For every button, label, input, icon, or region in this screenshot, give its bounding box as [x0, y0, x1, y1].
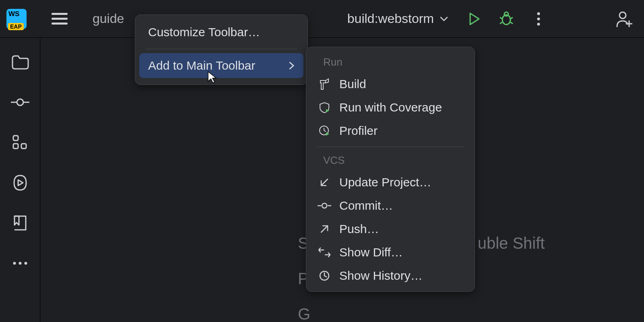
arrow-up-right-icon — [318, 223, 331, 235]
diff-arrows-icon — [318, 247, 331, 258]
app-logo-icon — [6, 9, 27, 29]
submenu-show-history[interactable]: Show History… — [310, 264, 471, 287]
hint-line-3: G — [298, 296, 545, 322]
svg-line-6 — [510, 17, 513, 19]
hint-line-1-end: uble Shift — [478, 225, 545, 261]
bug-icon — [498, 11, 514, 27]
submenu-coverage-label: Run with Coverage — [339, 101, 442, 114]
structure-icon — [12, 134, 28, 151]
svg-line-5 — [500, 17, 502, 19]
hamburger-menu-button[interactable] — [47, 7, 72, 31]
customize-toolbar-item[interactable]: Customize Toolbar… — [139, 20, 303, 45]
left-tool-stripe — [0, 38, 40, 322]
submenu-separator — [317, 147, 464, 147]
commit-tool-button[interactable] — [8, 92, 32, 112]
submenu-coverage[interactable]: Run with Coverage — [310, 96, 471, 119]
add-user-icon — [615, 10, 632, 27]
submenu-profiler-label: Profiler — [339, 124, 378, 138]
clock-play-icon — [318, 125, 331, 137]
svg-point-16 — [17, 99, 23, 105]
svg-point-23 — [24, 262, 27, 265]
debug-button[interactable] — [495, 8, 518, 30]
submenu-commit[interactable]: Commit… — [310, 194, 471, 217]
breadcrumb[interactable]: guide — [93, 11, 124, 26]
svg-point-26 — [322, 203, 327, 208]
kebab-icon — [537, 12, 540, 26]
submenu-commit-label: Commit… — [339, 199, 393, 213]
run-config-selector[interactable]: build:webstorm — [340, 8, 456, 29]
hamburger-icon — [52, 13, 68, 25]
svg-rect-0 — [52, 13, 68, 15]
submenu-profiler[interactable]: Profiler — [310, 119, 471, 142]
commit-node-icon — [11, 98, 29, 106]
svg-rect-1 — [52, 18, 68, 20]
history-icon — [318, 270, 331, 282]
submenu-history-label: Show History… — [339, 269, 423, 283]
svg-rect-18 — [13, 136, 18, 140]
svg-point-4 — [504, 12, 508, 16]
hammer-icon — [318, 78, 331, 90]
ellipsis-icon — [12, 262, 28, 265]
arrow-down-left-icon — [318, 177, 331, 188]
bookmarks-tool-button[interactable] — [8, 213, 32, 233]
svg-line-8 — [510, 22, 513, 24]
submenu-push-label: Push… — [339, 222, 379, 236]
folder-icon — [11, 54, 29, 70]
toolbar-context-menu: Customize Toolbar… Add to Main Toolbar — [135, 14, 308, 85]
bookmark-icon — [12, 215, 28, 231]
submenu-update-label: Update Project… — [339, 175, 431, 189]
svg-point-10 — [537, 17, 540, 20]
submenu-update-project[interactable]: Update Project… — [310, 171, 471, 194]
add-to-main-toolbar-label: Add to Main Toolbar — [148, 59, 255, 72]
add-to-main-toolbar-item[interactable]: Add to Main Toolbar — [139, 53, 303, 78]
menu-separator — [146, 49, 297, 49]
svg-point-9 — [537, 12, 540, 15]
more-actions-button[interactable] — [527, 8, 550, 30]
project-tool-button[interactable] — [8, 52, 32, 72]
play-icon — [467, 12, 481, 26]
more-tools-button[interactable] — [8, 253, 32, 273]
customize-toolbar-label: Customize Toolbar… — [148, 25, 260, 39]
submenu-build[interactable]: Build — [310, 72, 471, 96]
svg-point-21 — [13, 262, 16, 265]
shield-play-icon — [318, 101, 331, 114]
run-button[interactable] — [463, 8, 485, 30]
submenu-show-diff[interactable]: Show Diff… — [310, 241, 471, 264]
submenu-diff-label: Show Diff… — [339, 246, 403, 259]
play-shape-icon — [12, 174, 29, 191]
structure-tool-button[interactable] — [8, 132, 32, 153]
submenu-build-label: Build — [339, 77, 366, 91]
svg-rect-19 — [13, 144, 18, 149]
commit-icon — [318, 202, 331, 209]
chevron-right-icon — [288, 61, 295, 70]
svg-line-7 — [500, 22, 502, 24]
svg-rect-20 — [21, 144, 26, 149]
svg-point-11 — [537, 23, 540, 25]
svg-point-12 — [619, 12, 626, 19]
svg-point-22 — [19, 262, 21, 265]
run-config-label: build:webstorm — [347, 11, 434, 26]
svg-rect-2 — [52, 23, 68, 25]
chevron-down-icon — [440, 14, 448, 23]
add-to-toolbar-submenu: Run Build Run with Coverage Profiler VCS… — [306, 47, 475, 292]
submenu-push[interactable]: Push… — [310, 217, 471, 241]
services-tool-button[interactable] — [8, 173, 32, 193]
submenu-section-run: Run — [310, 53, 471, 72]
add-user-button[interactable] — [613, 8, 635, 30]
main-toolbar: guide build:webstorm — [0, 0, 644, 38]
submenu-section-vcs: VCS — [310, 151, 471, 171]
